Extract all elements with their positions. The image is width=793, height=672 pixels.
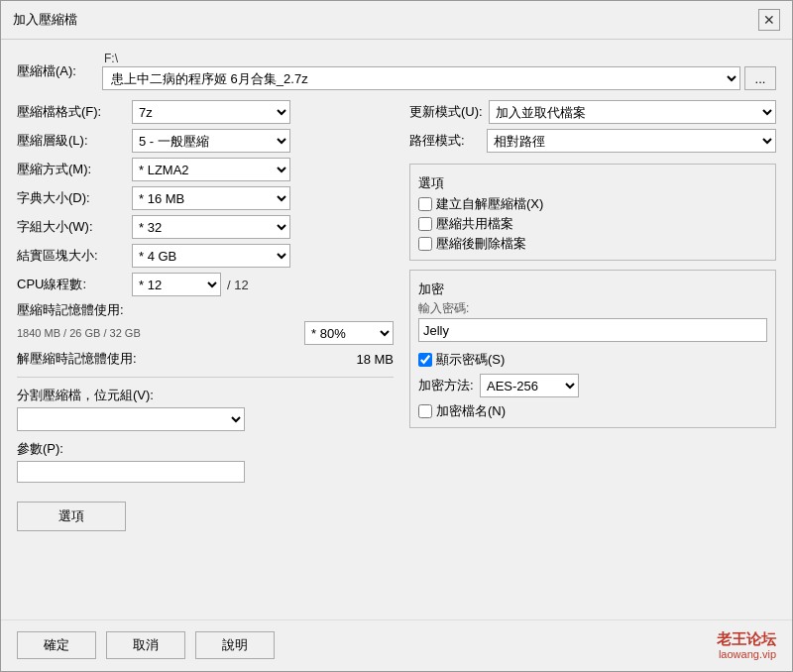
encrypt-filename-checkbox[interactable] <box>418 404 432 418</box>
encrypt-filename-row: 加密檔名(N) <box>418 401 767 421</box>
options-btn-row: 選項 <box>17 496 394 531</box>
method-label: 壓縮方式(M): <box>17 161 126 178</box>
ok-button[interactable]: 確定 <box>17 631 96 659</box>
mem-subtext: 1840 MB / 26 GB / 32 GB <box>17 327 141 339</box>
dialog-title: 加入壓縮檔 <box>13 11 77 29</box>
solid-select[interactable]: * 4 GB <box>132 244 290 268</box>
decomp-row: 解壓縮時記憶體使用: 18 MB <box>17 350 394 368</box>
archive-label: 壓縮檔(A): <box>17 62 96 80</box>
decomp-label: 解壓縮時記憶體使用: <box>17 350 137 368</box>
cpu-max: / 12 <box>227 278 249 292</box>
cpu-label: CPU線程數: <box>17 276 126 293</box>
params-input[interactable] <box>17 461 245 483</box>
dialog-content: 壓縮檔(A): F:\ 患上中二病的程序姬 6月合集_2.7z ... 壓縮檔格… <box>1 40 792 619</box>
method-select[interactable]: AES-256 <box>480 374 579 397</box>
footer: 確定 取消 說明 老王论坛 laowang.vip <box>1 619 792 671</box>
split-section: 分割壓縮檔，位元組(V): <box>17 387 394 431</box>
show-pw-label: 顯示密碼(S) <box>436 351 505 369</box>
dict-label: 字典大小(D): <box>17 189 126 207</box>
method-label: 加密方法: <box>418 377 474 394</box>
watermark-line2: laowang.vip <box>719 648 776 661</box>
word-row: 字組大小(W): * 32 <box>17 215 394 239</box>
browse-button[interactable]: ... <box>744 66 776 90</box>
format-select[interactable]: 7z <box>132 100 290 124</box>
password-input[interactable] <box>418 318 767 342</box>
split-label: 分割壓縮檔，位元組(V): <box>17 387 394 404</box>
dialog-window: 加入壓縮檔 ✕ 壓縮檔(A): F:\ 患上中二病的程序姬 6月合集_2.7z … <box>0 0 793 672</box>
format-label: 壓縮檔格式(F): <box>17 103 126 121</box>
mem-section: 壓縮時記憶體使用: 1840 MB / 26 GB / 32 GB * 80% <box>17 301 394 345</box>
level-row: 壓縮層級(L): 5 - 一般壓縮 <box>17 129 394 153</box>
path-label: 路徑模式: <box>409 132 481 150</box>
archive-path-select[interactable]: 患上中二病的程序姬 6月合集_2.7z <box>102 66 740 90</box>
method-select[interactable]: * LZMA2 <box>132 158 290 181</box>
right-column: 更新模式(U): 加入並取代檔案 路徑模式: 相對路徑 選項 <box>409 100 776 608</box>
check1-label: 建立自解壓縮檔(X) <box>436 195 543 213</box>
show-pw-checkbox[interactable] <box>418 353 432 367</box>
main-columns: 壓縮檔格式(F): 7z 壓縮層級(L): 5 - 一般壓縮 壓縮方式(M): <box>17 100 776 608</box>
close-button[interactable]: ✕ <box>758 9 780 31</box>
path-row: 路徑模式: 相對路徑 <box>409 129 776 153</box>
params-section: 參數(P): <box>17 440 394 483</box>
options-button[interactable]: 選項 <box>17 502 126 531</box>
show-pw-row: 顯示密碼(S) <box>418 350 767 370</box>
level-select[interactable]: 5 - 一般壓縮 <box>132 129 290 153</box>
solid-row: 結實區塊大小: * 4 GB <box>17 244 394 268</box>
decomp-value: 18 MB <box>356 352 394 367</box>
archive-path-prefix: F:\ <box>102 52 776 65</box>
encrypt-title: 加密 <box>418 280 767 298</box>
cpu-select[interactable]: * 12 <box>132 273 221 296</box>
watermark-line1: 老王论坛 <box>717 630 776 648</box>
update-select[interactable]: 加入並取代檔案 <box>489 100 776 124</box>
solid-label: 結實區塊大小: <box>17 247 126 265</box>
options-section: 選項 建立自解壓縮檔(X) 壓縮共用檔案 壓縮後刪除檔案 <box>409 164 776 261</box>
check1-row: 建立自解壓縮檔(X) <box>418 194 767 214</box>
check2-checkbox[interactable] <box>418 217 432 231</box>
word-label: 字組大小(W): <box>17 218 126 236</box>
params-label: 參數(P): <box>17 440 394 458</box>
encrypt-filename-label: 加密檔名(N) <box>436 402 506 420</box>
footer-buttons: 確定 取消 說明 <box>17 631 275 659</box>
check1-checkbox[interactable] <box>418 197 432 211</box>
check2-label: 壓縮共用檔案 <box>436 215 513 233</box>
watermark: 老王论坛 laowang.vip <box>717 630 776 661</box>
check3-checkbox[interactable] <box>418 237 432 251</box>
check3-label: 壓縮後刪除檔案 <box>436 235 526 253</box>
options-title: 選項 <box>418 174 767 192</box>
dict-select[interactable]: * 16 MB <box>132 186 290 210</box>
mem-percent-select[interactable]: * 80% <box>304 321 394 345</box>
level-label: 壓縮層級(L): <box>17 132 126 150</box>
pw-label: 輸入密碼: <box>418 300 767 317</box>
word-select[interactable]: * 32 <box>132 215 290 239</box>
path-select[interactable]: 相對路徑 <box>487 129 776 153</box>
split-select[interactable] <box>17 407 245 431</box>
cancel-button[interactable]: 取消 <box>106 631 185 659</box>
method-row: 壓縮方式(M): * LZMA2 <box>17 158 394 181</box>
left-column: 壓縮檔格式(F): 7z 壓縮層級(L): 5 - 一般壓縮 壓縮方式(M): <box>17 100 394 608</box>
format-row: 壓縮檔格式(F): 7z <box>17 100 394 124</box>
mem-row: 壓縮時記憶體使用: <box>17 301 394 319</box>
check3-row: 壓縮後刪除檔案 <box>418 234 767 254</box>
mem-label: 壓縮時記憶體使用: <box>17 301 124 319</box>
help-button[interactable]: 說明 <box>195 631 275 659</box>
archive-row: 壓縮檔(A): F:\ 患上中二病的程序姬 6月合集_2.7z ... <box>17 52 776 90</box>
titlebar: 加入壓縮檔 ✕ <box>1 1 792 40</box>
check2-row: 壓縮共用檔案 <box>418 214 767 234</box>
cpu-row: CPU線程數: * 12 / 12 <box>17 273 394 296</box>
method-row: 加密方法: AES-256 <box>418 374 767 397</box>
update-label: 更新模式(U): <box>409 103 483 121</box>
encrypt-section: 加密 輸入密碼: 顯示密碼(S) 加密方法: AES-256 <box>409 270 776 428</box>
mem-sub-row: 1840 MB / 26 GB / 32 GB * 80% <box>17 321 394 345</box>
dict-row: 字典大小(D): * 16 MB <box>17 186 394 210</box>
update-row: 更新模式(U): 加入並取代檔案 <box>409 100 776 124</box>
